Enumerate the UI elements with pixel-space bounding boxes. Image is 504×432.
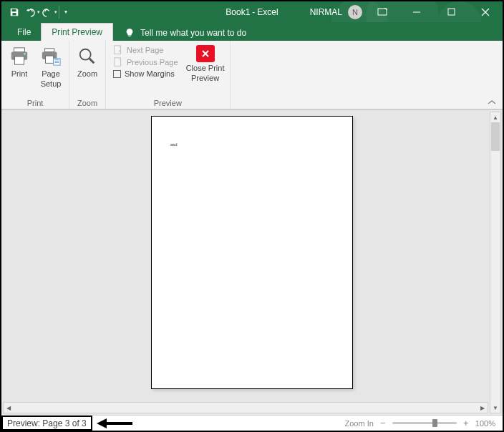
ribbon: Print Page Setup Print Zoom Zoom [1, 41, 503, 109]
maximize-button[interactable] [437, 2, 465, 22]
ribbon-group-print: Print Page Setup Print [1, 41, 69, 109]
zoom-in-button[interactable]: + [461, 418, 471, 428]
title-separator: - [252, 7, 255, 17]
print-label: Print [11, 69, 28, 78]
show-margins-label: Show Margins [125, 69, 175, 78]
page-prev-icon [113, 57, 123, 67]
quick-access-toolbar: ▾ ▾ ▾ [1, 1, 71, 22]
svg-point-10 [80, 49, 91, 60]
close-label-1: Close Print [186, 64, 225, 72]
scroll-left-icon[interactable]: ◀ [4, 403, 14, 413]
page-content-text: asd [170, 142, 178, 147]
ribbon-group-label: Zoom [72, 98, 102, 109]
page-next-icon [113, 45, 123, 55]
next-page-label: Next Page [127, 46, 163, 54]
status-bar: Preview: Page 3 of 3 Zoom In − + 100% [1, 415, 503, 431]
tab-file[interactable]: File [7, 24, 41, 41]
minimize-button[interactable] [402, 2, 431, 22]
scroll-up-icon[interactable]: ▲ [490, 112, 500, 122]
zoom-button[interactable]: Zoom [72, 44, 102, 79]
redo-icon[interactable]: ▾ [40, 2, 57, 22]
ribbon-tabs: File Print Preview Tell me what you want… [1, 22, 503, 41]
scroll-right-icon[interactable]: ▶ [478, 403, 488, 413]
avatar[interactable]: N [348, 5, 362, 19]
print-button[interactable]: Print [4, 44, 34, 79]
svg-rect-2 [14, 48, 25, 52]
status-page-indicator: Preview: Page 3 of 3 [1, 416, 92, 431]
collapse-ribbon-icon[interactable] [487, 99, 497, 106]
page-preview: asd [151, 116, 353, 389]
title-bar: ▾ ▾ ▾ Book1 - Excel NIRMAL N [1, 1, 503, 22]
zoom-slider-knob[interactable] [432, 419, 437, 427]
next-page-button: Next Page [113, 45, 178, 55]
qat-separator [59, 6, 59, 19]
qat-customize-icon[interactable]: ▾ [61, 2, 71, 22]
show-margins-checkbox[interactable]: Show Margins [113, 69, 178, 78]
close-label-2: Preview [191, 74, 219, 82]
svg-rect-7 [45, 49, 54, 52]
zoom-controls: Zoom In − + 100% [345, 418, 503, 428]
ribbon-display-options-icon[interactable] [368, 2, 397, 22]
ribbon-group-preview: Next Page Previous Page Show Margins Clo… [106, 41, 231, 109]
zoom-out-button[interactable]: − [378, 418, 388, 428]
annotation-arrow-icon [97, 418, 132, 428]
zoom-slider[interactable] [392, 422, 457, 424]
ribbon-group-zoom: Zoom Zoom [69, 41, 106, 109]
scroll-thumb[interactable] [491, 122, 500, 151]
page-setup-label-2: Setup [41, 79, 62, 88]
zoom-percent: 100% [475, 419, 495, 428]
horizontal-scrollbar[interactable]: ◀ ▶ [3, 402, 488, 413]
save-icon[interactable] [6, 2, 23, 22]
page-setup-button[interactable]: Page Setup [36, 44, 66, 89]
document-name: Book1 [226, 7, 250, 17]
zoom-in-label: Zoom In [345, 419, 374, 428]
user-name: NIRMAL [310, 7, 342, 17]
app-name: Excel [257, 7, 278, 17]
lightbulb-icon [125, 28, 135, 38]
svg-rect-1 [448, 9, 455, 15]
window-title: Book1 - Excel [226, 7, 278, 17]
vertical-scrollbar[interactable]: ▲ ▼ [490, 112, 501, 413]
printer-icon [8, 45, 31, 68]
scroll-down-icon[interactable]: ▼ [490, 403, 500, 413]
previous-page-label: Previous Page [127, 58, 178, 67]
close-x-icon [196, 45, 215, 62]
zoom-label: Zoom [77, 69, 97, 78]
close-button[interactable] [471, 2, 500, 22]
previous-page-button: Previous Page [113, 57, 178, 67]
close-print-preview-button[interactable]: Close Print Preview [184, 44, 227, 84]
ribbon-group-label: Preview [109, 98, 227, 109]
magnifier-icon [76, 45, 99, 68]
svg-point-5 [24, 53, 25, 54]
svg-rect-0 [378, 9, 387, 15]
page-setup-label-1: Page [42, 69, 60, 78]
preview-area: asd ▲ ▼ ◀ ▶ [1, 109, 503, 415]
undo-icon[interactable]: ▾ [23, 2, 40, 22]
svg-rect-8 [46, 56, 54, 63]
svg-rect-4 [14, 57, 24, 64]
tab-print-preview[interactable]: Print Preview [41, 23, 113, 41]
tell-me-search[interactable]: Tell me what you want to do [125, 28, 246, 41]
page-setup-icon [39, 45, 62, 68]
checkbox-icon [113, 70, 121, 78]
tell-me-label: Tell me what you want to do [140, 28, 246, 38]
ribbon-group-label: Print [4, 98, 66, 109]
